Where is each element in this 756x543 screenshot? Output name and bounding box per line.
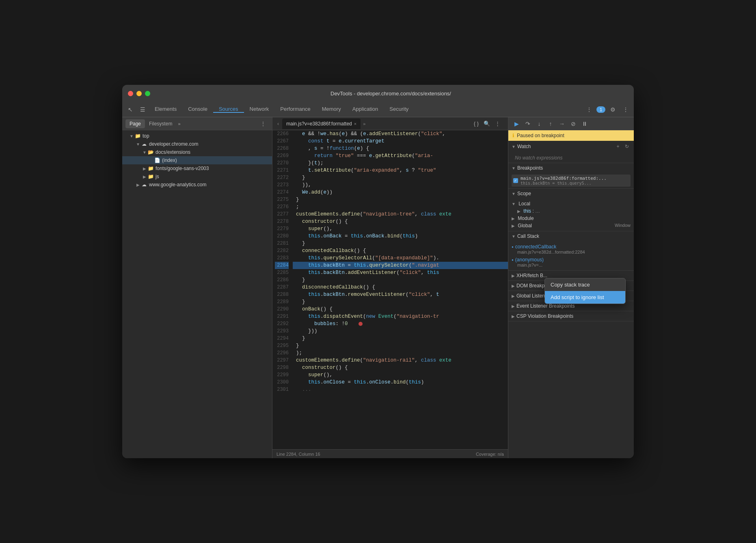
code-line-2271: t.setAttribute("aria-expanded", s ? "tru… [293, 167, 508, 174]
tab-application[interactable]: Application [347, 106, 384, 113]
scope-local[interactable]: ▼ Local [512, 200, 631, 207]
tree-label-top: top [143, 133, 149, 139]
file-icon: 📄 [154, 157, 160, 164]
minimize-button[interactable] [136, 91, 142, 96]
tree-arrow-top: ▼ [129, 133, 134, 139]
close-tab-icon[interactable]: × [354, 121, 356, 126]
resume-btn[interactable]: ▶ [512, 119, 521, 129]
tab-memory[interactable]: Memory [316, 106, 347, 113]
tab-console[interactable]: Console [182, 106, 213, 113]
deactivate-btn[interactable]: ⊘ [568, 119, 578, 129]
dom-bp-arrow: ▶ [512, 284, 515, 288]
code-line-2290: onBack() { [293, 306, 508, 313]
code-container[interactable]: 2266 2267 2268 2269 2270 2271 2272 2273 … [272, 130, 508, 449]
device-icon[interactable]: ☰ [137, 104, 148, 115]
code-line-2298: constructor() { [293, 364, 508, 371]
tab-elements[interactable]: Elements [149, 106, 182, 113]
cloud-icon: ☁ [141, 141, 147, 147]
code-line-2273: )), [293, 181, 508, 189]
sidebar-tab-page[interactable]: Page [125, 119, 145, 128]
context-menu: Copy stack trace Add script to ignore li… [544, 278, 626, 304]
sidebar-menu-icon[interactable]: ⋮ [257, 118, 269, 129]
bp-label: Breakpoints [517, 165, 543, 171]
tab-network[interactable]: Network [244, 106, 275, 113]
code-line-2277: customElements.define("navigation-tree",… [293, 211, 508, 218]
tree-item-analytics[interactable]: ▶ ☁ www.google-analytics.com [122, 181, 272, 189]
tree-label-index: (index) [162, 157, 177, 163]
tree-item-index[interactable]: ▶ 📄 (index) [122, 156, 272, 164]
tree-item-top[interactable]: ▼ 📁 top [122, 132, 272, 140]
code-line-2300: this.onClose = this.onClose.bind(this) [293, 379, 508, 386]
bp-checkbox[interactable]: ✓ [513, 178, 518, 183]
code-line-2283: this.querySelectorAll("[data-expandable]… [293, 254, 508, 262]
tab-sources[interactable]: Sources [213, 106, 244, 113]
csp-header[interactable]: ▶ CSP Violation Breakpoints [508, 311, 634, 321]
tab-performance[interactable]: Performance [274, 106, 316, 113]
more-tabs-icon[interactable]: » [361, 121, 367, 126]
scope-content: ▼ Local ▶ this : … ▶ Module [508, 198, 634, 231]
settings-icon[interactable]: ⚙ [607, 104, 618, 115]
breakpoint-item[interactable]: ✓ main.js?v=e382d86f:formatted:... this.… [512, 175, 631, 187]
code-line-2267: const t = e.currentTarget [293, 138, 508, 145]
code-line-2281: } [293, 240, 508, 247]
file-tab[interactable]: main.js?v=e382d86f:formatted × [282, 119, 361, 129]
copy-stack-trace-item[interactable]: Copy stack trace [545, 278, 625, 291]
tree-item-docs[interactable]: ▼ 📂 docs/extensions [122, 148, 272, 156]
more-actions-icon[interactable]: ⋮ [492, 119, 502, 129]
add-watch-btn[interactable]: + [614, 143, 622, 150]
step-out-btn[interactable]: ↑ [546, 119, 555, 129]
options-icon[interactable]: ⋮ [620, 104, 631, 115]
sidebar-tab-filesystem[interactable]: Filesystem [145, 119, 176, 128]
breakpoints-header[interactable]: ▼ Breakpoints [508, 163, 634, 173]
tab-security[interactable]: Security [384, 106, 414, 113]
code-line-2282: connectedCallback() { [293, 247, 508, 254]
tree-arrow-analytics: ▶ [135, 182, 141, 187]
code-line-2278: constructor() { [293, 218, 508, 225]
search-icon[interactable]: 🔍 [482, 119, 492, 129]
cs-item-0[interactable]: ● connectedCallback main.js?v=e382d...fo… [512, 243, 631, 256]
more-tabs-icon[interactable]: ⋮ [583, 104, 595, 115]
add-to-ignore-list-item[interactable]: Add script to ignore list [545, 291, 625, 304]
tree-arrow-chrome: ▼ [135, 141, 141, 147]
pretty-print-icon[interactable]: { } [471, 119, 481, 129]
refresh-watch-btn[interactable]: ↻ [623, 143, 631, 150]
notification-badge: 1 [596, 106, 605, 113]
cs-loc-0: main.js?v=e382d...formatted:2284 [512, 250, 631, 254]
step-over-btn[interactable]: ↷ [523, 119, 533, 129]
cs-item-1[interactable]: ● (anonymous) main.js?v=... [512, 256, 631, 269]
breakpoint-banner: ℹ Paused on breakpoint [508, 130, 634, 141]
tree-label-chrome: developer.chrome.com [149, 141, 198, 147]
step-into-btn[interactable]: ↓ [534, 119, 544, 129]
watch-header[interactable]: ▼ Watch + ↻ [508, 141, 634, 152]
bp-file: main.js?v=e382d86f:formatted:... [521, 176, 607, 181]
this-key: this [523, 208, 531, 214]
tree-label-docs: docs/extensions [156, 149, 190, 155]
scope-module[interactable]: ▶ Module [512, 215, 631, 222]
close-button[interactable] [128, 91, 133, 96]
code-line-2269: return "true" === e.getAttribute("aria- [293, 152, 508, 159]
scope-global[interactable]: ▶ Global Window [512, 222, 631, 229]
tree-item-chrome[interactable]: ▼ ☁ developer.chrome.com [122, 140, 272, 148]
folder-fonts-icon: 📁 [147, 165, 154, 172]
tree-item-js[interactable]: ▶ 📁 js [122, 172, 272, 181]
pause-exceptions-btn[interactable]: ⏸ [580, 119, 590, 129]
devtools-window: DevTools - developer.chrome.com/docs/ext… [122, 85, 634, 458]
prev-tab-icon[interactable]: ‹ [275, 121, 281, 127]
code-line-2301: ... [293, 386, 508, 393]
global-value: Window [615, 223, 631, 228]
code-lines[interactable]: e && !we.has(e) && (e.addEventListener("… [293, 130, 508, 449]
maximize-button[interactable] [145, 91, 150, 96]
scope-this[interactable]: ▶ this : … [512, 207, 631, 215]
cursor-icon[interactable]: ↖ [125, 104, 136, 115]
callstack-header[interactable]: ▼ Call Stack [508, 231, 634, 241]
sidebar-more-icon[interactable]: » [178, 121, 180, 126]
tree-item-fonts[interactable]: ▶ 📁 fonts/google-sans-v2003 [122, 164, 272, 172]
editor-tabs: ‹ main.js?v=e382d86f:formatted × » { } 🔍… [272, 117, 508, 130]
scope-header[interactable]: ▼ Scope [508, 189, 634, 198]
step-btn[interactable]: → [557, 119, 567, 129]
folder-open-icon: 📂 [147, 149, 154, 155]
cs-loc-1: main.js?v=... [512, 263, 631, 267]
toolbar-right: ⋮ 1 ⚙ ⋮ [583, 104, 631, 115]
code-line-2294: } [293, 335, 508, 342]
editor-area: ‹ main.js?v=e382d86f:formatted × » { } 🔍… [272, 117, 508, 458]
